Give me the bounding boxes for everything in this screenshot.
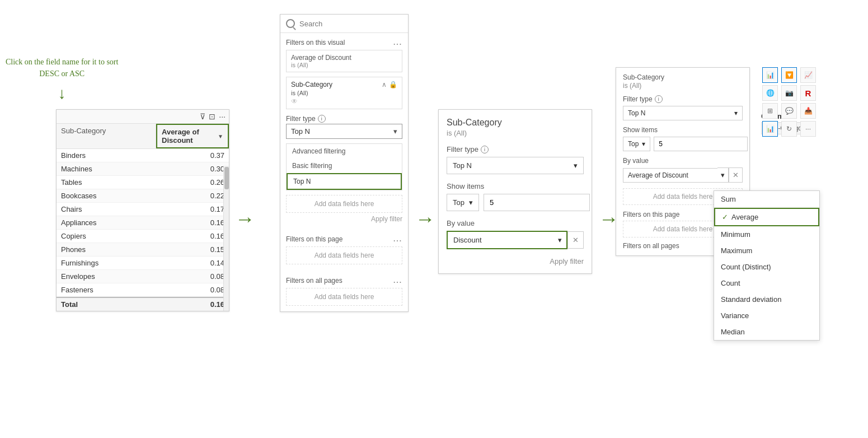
rp-by-value-clear[interactable]: ✕ bbox=[729, 167, 743, 183]
cell-value: 0.14 bbox=[156, 257, 229, 269]
rp-number-input[interactable] bbox=[654, 137, 748, 151]
check-icon: ✓ bbox=[722, 213, 728, 221]
toolbar-icon-5[interactable]: 📷 bbox=[781, 85, 797, 101]
table-row: Furnishings 0.14 bbox=[57, 257, 229, 270]
apply-filter-1[interactable]: Apply filter bbox=[286, 213, 402, 223]
rp-show-chevron-icon: ▾ bbox=[642, 140, 645, 148]
scrollbar-thumb[interactable] bbox=[224, 167, 229, 189]
agg-item-stddev[interactable]: Standard deviation bbox=[714, 291, 819, 307]
search-input[interactable] bbox=[299, 20, 402, 28]
info-icon[interactable]: i bbox=[318, 115, 326, 123]
collapse-icon[interactable]: ∧ bbox=[382, 81, 387, 88]
toolbar-icon-7[interactable]: ⊞ bbox=[762, 103, 778, 119]
rp-show-items-label: Show items bbox=[623, 126, 743, 134]
agg-item-maximum[interactable]: Maximum bbox=[714, 243, 819, 259]
fp2-filter-type-dropdown[interactable]: Top N ▾ bbox=[447, 157, 584, 174]
scrollbar[interactable] bbox=[223, 166, 229, 311]
table-row: Tables 0.26 bbox=[57, 176, 229, 189]
table-row: Appliances 0.16 bbox=[57, 216, 229, 230]
cell-value: 0.16 bbox=[156, 230, 229, 243]
filters-visual-section: Filters on this visual ... bbox=[280, 33, 408, 50]
toolbar-icon-12[interactable]: ··· bbox=[800, 121, 816, 137]
filters-visual-label: Filters on this visual bbox=[286, 39, 345, 46]
cell-subcategory: Tables bbox=[57, 176, 156, 189]
filters-page-label: Filters on this page bbox=[286, 235, 342, 243]
filter-type-text: Filter type bbox=[286, 115, 316, 123]
filters-visual-dots[interactable]: ... bbox=[393, 39, 402, 46]
chevron-down-icon: ▾ bbox=[393, 127, 397, 136]
cell-value: 0.26 bbox=[156, 176, 229, 189]
toolbar-icon-6[interactable]: R bbox=[800, 85, 816, 101]
arrow-2: → bbox=[415, 207, 435, 231]
rp-chevron-down-icon: ▾ bbox=[734, 109, 738, 117]
fp2-number-input[interactable] bbox=[484, 194, 590, 211]
toolbar-icon-1[interactable]: 📊 bbox=[762, 67, 778, 83]
toolbar-icon-8[interactable]: 💬 bbox=[781, 103, 797, 119]
agg-item-variance[interactable]: Variance bbox=[714, 307, 819, 324]
cell-subcategory: Fasteners bbox=[57, 283, 156, 296]
fp2-filter-type-value: Top N bbox=[453, 161, 472, 170]
search-bar[interactable] bbox=[280, 15, 408, 33]
table-body: Binders 0.37 Machines 0.30 Tables 0.26 B… bbox=[57, 149, 229, 297]
add-fields-1[interactable]: Add data fields here bbox=[286, 195, 402, 213]
avg-discount-line1: Average of Discount bbox=[291, 54, 397, 62]
cell-subcategory: Appliances bbox=[57, 216, 156, 229]
toolbar-icon-10[interactable]: 📊 bbox=[762, 121, 778, 137]
fp2-show-direction-dropdown[interactable]: Top ▾ bbox=[447, 194, 479, 211]
menu-item-basic[interactable]: Basic filtering bbox=[287, 159, 402, 173]
cell-subcategory: Binders bbox=[57, 149, 156, 162]
fp2-filter-type-text: Filter type bbox=[447, 145, 478, 153]
aggregation-dropdown: Sum ✓ Average Minimum Maximum Count (Dis… bbox=[714, 190, 820, 341]
cell-value: 0.30 bbox=[156, 162, 229, 175]
subcategory-value: is (All) bbox=[291, 90, 332, 96]
agg-item-count-distinct[interactable]: Count (Distinct) bbox=[714, 259, 819, 275]
agg-item-average[interactable]: ✓ Average bbox=[714, 208, 819, 226]
table-row: Bookcases 0.22 bbox=[57, 189, 229, 203]
filter-icon[interactable]: ⊽ bbox=[200, 112, 205, 121]
rp-by-value-chevron-icon[interactable]: ▾ bbox=[717, 167, 729, 183]
expand-icon[interactable]: ⊡ bbox=[209, 112, 215, 121]
fp2-apply-button[interactable]: Apply filter bbox=[447, 257, 584, 265]
agg-item-sum[interactable]: Sum bbox=[714, 191, 819, 208]
cell-subcategory: Bookcases bbox=[57, 189, 156, 202]
agg-item-median[interactable]: Median bbox=[714, 324, 819, 340]
filter-panel-2: Sub-Category is (All) Filter type i Top … bbox=[438, 109, 592, 274]
subcategory-card[interactable]: Sub-Category is (All) ∧ 🔒 👁 bbox=[286, 77, 402, 109]
toolbar-icon-3[interactable]: 📈 bbox=[800, 67, 816, 83]
agg-item-minimum[interactable]: Minimum bbox=[714, 226, 819, 243]
fp2-info-icon[interactable]: i bbox=[481, 146, 489, 153]
filters-page-dots[interactable]: ... bbox=[393, 235, 402, 243]
table-row: Binders 0.37 bbox=[57, 149, 229, 162]
more-icon[interactable]: ··· bbox=[219, 112, 226, 121]
toolbar-icon-2[interactable]: 🔽 bbox=[781, 67, 797, 83]
rp-subtitle: is (All) bbox=[623, 82, 743, 90]
fp2-by-value-chevron-icon[interactable]: ▾ bbox=[553, 231, 567, 249]
filter-type-label: Filter type i bbox=[280, 113, 408, 124]
col-average-header[interactable]: Average of Discount ▼ bbox=[156, 124, 229, 148]
annotation-arrow: ↓ bbox=[6, 82, 118, 105]
toolbar-icon-9[interactable]: 📥 bbox=[800, 103, 816, 119]
rp-filter-type-dropdown[interactable]: Top N ▾ bbox=[623, 106, 743, 120]
eye-icon[interactable]: 👁 bbox=[291, 97, 397, 105]
toolbar-icon-4[interactable]: 🌐 bbox=[762, 85, 778, 101]
lock-icon[interactable]: 🔒 bbox=[389, 81, 397, 88]
menu-item-advanced[interactable]: Advanced filtering bbox=[287, 144, 402, 159]
rp-info-icon[interactable]: i bbox=[655, 95, 663, 103]
rp-show-direction-dropdown[interactable]: Top ▾ bbox=[623, 137, 650, 151]
toolbar-icon-11[interactable]: ↻ bbox=[781, 121, 797, 137]
add-fields-2[interactable]: Add data fields here bbox=[286, 246, 402, 264]
filter-panel-1: Filters on this visual ... Average of Di… bbox=[280, 14, 409, 312]
cell-value: 0.08 bbox=[156, 283, 229, 296]
add-fields-3[interactable]: Add data fields here bbox=[286, 288, 402, 306]
rp-title: Sub-Category bbox=[623, 73, 743, 81]
annotation-text: Click on the field name for it to sort D… bbox=[6, 56, 118, 105]
filter-type-dropdown[interactable]: Top N ▾ bbox=[286, 124, 402, 139]
menu-item-topn[interactable]: Top N bbox=[287, 173, 402, 190]
filters-all-dots[interactable]: ... bbox=[393, 277, 402, 285]
rp-by-value-label: By value bbox=[623, 157, 743, 165]
agg-item-count[interactable]: Count bbox=[714, 275, 819, 291]
fp2-by-value-clear[interactable]: ✕ bbox=[567, 231, 584, 249]
fp2-filter-type-label: Filter type i bbox=[447, 145, 584, 153]
avg-discount-card[interactable]: Average of Discount is (All) bbox=[286, 50, 402, 72]
col-subcategory-header: Sub-Category bbox=[57, 124, 156, 148]
